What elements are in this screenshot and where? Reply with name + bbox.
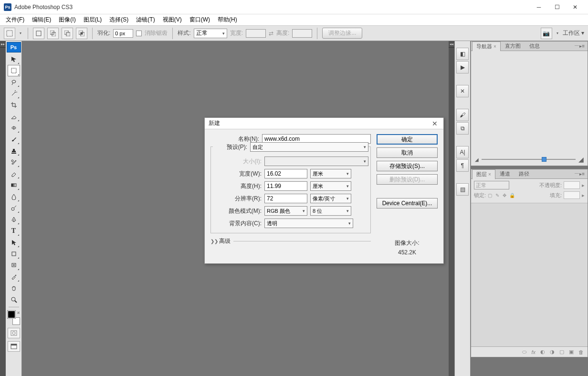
sel-add-icon[interactable]: [47, 28, 59, 39]
group-icon[interactable]: ▢: [559, 349, 564, 355]
mode-select[interactable]: RGB 颜色: [264, 206, 307, 216]
tab-histogram[interactable]: 直方图: [501, 41, 525, 51]
minimize-button[interactable]: ─: [530, 0, 548, 14]
zoom-in-icon[interactable]: ◢: [578, 156, 584, 163]
screenmode-button[interactable]: [8, 341, 20, 352]
brush-tool[interactable]: [8, 134, 20, 145]
eyedropper-tool[interactable]: [8, 271, 20, 282]
preset-select[interactable]: 自定: [250, 142, 368, 152]
height-input[interactable]: [264, 181, 307, 191]
close-button[interactable]: ✕: [566, 0, 584, 14]
blur-tool[interactable]: [8, 191, 20, 202]
eraser-tool[interactable]: [8, 168, 20, 179]
panel-collapse-icon[interactable]: —: [575, 171, 579, 176]
notes-tool[interactable]: [8, 260, 20, 271]
wand-tool[interactable]: [8, 88, 20, 99]
height-unit-select[interactable]: 厘米: [310, 181, 351, 191]
menu-edit[interactable]: 编辑(E): [28, 15, 55, 25]
lasso-tool[interactable]: [8, 76, 20, 88]
zoom-slider[interactable]: ◢ ◢: [475, 156, 584, 163]
fg-color-swatch[interactable]: [8, 311, 15, 318]
tool-preset-dropdown[interactable]: ▾: [18, 28, 23, 39]
mask-icon[interactable]: ◐: [540, 349, 545, 355]
tab-info[interactable]: 信息: [525, 41, 544, 51]
layers-list[interactable]: [471, 203, 588, 346]
fx-icon[interactable]: fx: [531, 349, 536, 355]
cancel-button[interactable]: 取消: [377, 147, 438, 158]
marquee-preset-icon[interactable]: [4, 28, 15, 39]
shape-tool[interactable]: [8, 248, 20, 260]
healing-tool[interactable]: [8, 122, 20, 134]
sel-subtract-icon[interactable]: [62, 28, 73, 39]
tab-paths[interactable]: 路径: [514, 169, 534, 179]
style-select[interactable]: 正常: [194, 29, 227, 38]
tab-layers[interactable]: 图层×: [472, 169, 495, 179]
slice-tool[interactable]: [8, 111, 20, 122]
tools-collapse-toggle[interactable]: ▸▸: [0, 41, 6, 48]
quickmask-button[interactable]: [8, 328, 20, 338]
pen-tool[interactable]: [8, 214, 20, 225]
history-brush-tool[interactable]: [8, 157, 20, 168]
tab-channels[interactable]: 通道: [495, 169, 514, 179]
histogram-icon[interactable]: ▶: [456, 61, 469, 73]
marquee-tool[interactable]: [8, 65, 20, 76]
tab-navigator[interactable]: 导航器×: [472, 42, 501, 52]
bg-color-swatch[interactable]: [12, 317, 20, 325]
menu-help[interactable]: 帮助(H): [214, 15, 241, 25]
zoom-thumb[interactable]: [542, 157, 546, 162]
bridge-icon[interactable]: 📷: [541, 28, 552, 39]
zoom-tool[interactable]: [8, 294, 20, 305]
trash-icon[interactable]: 🗑: [578, 349, 584, 355]
crop-tool[interactable]: [8, 99, 20, 111]
color-swatches[interactable]: ⤭: [8, 311, 20, 325]
dodge-tool[interactable]: [8, 202, 20, 214]
menu-file[interactable]: 文件(F): [2, 15, 28, 25]
zoom-out-icon[interactable]: ◢: [475, 157, 479, 162]
move-tool[interactable]: [8, 53, 20, 65]
resolution-unit-select[interactable]: 像素/英寸: [310, 194, 351, 203]
new-layer-icon[interactable]: ▣: [569, 349, 574, 355]
bg-select[interactable]: 透明: [264, 219, 353, 228]
clone-icon[interactable]: ⧉: [456, 122, 469, 135]
bridge-dropdown[interactable]: ▾: [555, 28, 560, 39]
panel-menu-icon[interactable]: ▸≡: [579, 171, 587, 177]
width-unit-select[interactable]: 厘米: [310, 169, 351, 178]
advanced-toggle[interactable]: ❯❯ 高级: [210, 237, 371, 245]
tools-icon[interactable]: ✕: [456, 85, 469, 97]
dialog-close-button[interactable]: ✕: [430, 120, 440, 127]
depth-select[interactable]: 8 位: [310, 206, 351, 216]
panel-menu-icon[interactable]: ▸≡: [579, 43, 587, 49]
menu-filter[interactable]: 滤镜(T): [132, 15, 158, 25]
stamp-tool[interactable]: [8, 145, 20, 157]
sel-new-icon[interactable]: [33, 28, 44, 39]
link-icon[interactable]: ⬭: [522, 349, 526, 355]
menu-window[interactable]: 窗口(W): [186, 15, 214, 25]
menu-select[interactable]: 选择(S): [105, 15, 132, 25]
adjustment-icon[interactable]: ◑: [550, 349, 555, 355]
navigator-icon[interactable]: ◧: [456, 48, 469, 60]
swap-colors-icon[interactable]: ⤭: [17, 311, 20, 315]
sel-intersect-icon[interactable]: [76, 28, 87, 39]
paragraph-icon[interactable]: ¶: [456, 159, 469, 172]
hand-tool[interactable]: [8, 282, 20, 294]
maximize-button[interactable]: ☐: [548, 0, 566, 14]
right-collapse-toggle[interactable]: ◂◂: [449, 41, 454, 48]
menu-image[interactable]: 图像(I): [55, 15, 79, 25]
workspace-label[interactable]: 工作区 ▾: [563, 29, 584, 37]
menu-view[interactable]: 视图(V): [159, 15, 186, 25]
type-tool[interactable]: T: [8, 225, 20, 237]
device-central-button[interactable]: Device Central(E)...: [377, 198, 438, 209]
brushes-icon[interactable]: 🖌: [456, 109, 469, 121]
resolution-input[interactable]: [264, 194, 307, 203]
width-input[interactable]: [264, 169, 307, 178]
ok-button[interactable]: 确定: [377, 134, 438, 145]
menu-layer[interactable]: 图层(L): [80, 15, 106, 25]
gradient-tool[interactable]: [8, 179, 20, 191]
refine-edge-button[interactable]: 调整边缘...: [322, 28, 362, 39]
character-icon[interactable]: A|: [456, 146, 469, 158]
layercomps-icon[interactable]: ▤: [456, 183, 469, 196]
save-preset-button[interactable]: 存储预设(S)...: [377, 161, 438, 171]
panel-collapse-icon[interactable]: —: [575, 43, 579, 48]
dialog-titlebar[interactable]: 新建 ✕: [205, 118, 443, 129]
feather-input[interactable]: [113, 29, 133, 38]
